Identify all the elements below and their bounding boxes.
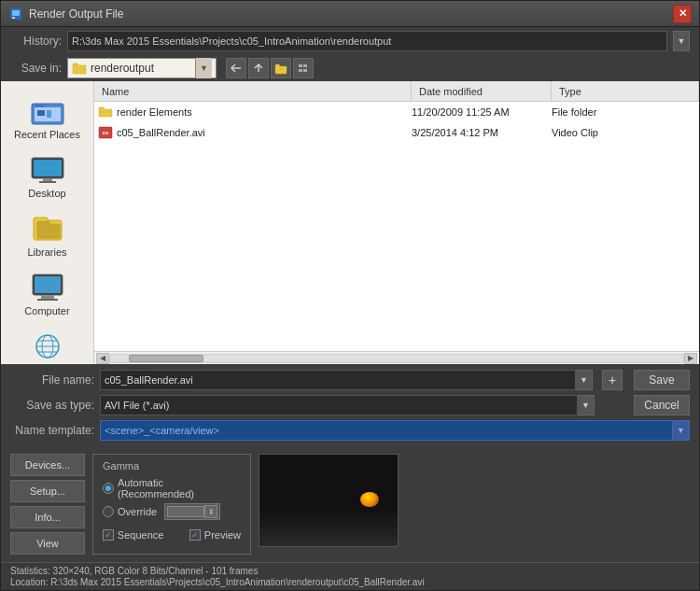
file-type-render-elements: File folder bbox=[552, 106, 695, 118]
libraries-label: Libraries bbox=[27, 246, 66, 258]
svg-rect-2 bbox=[12, 17, 15, 19]
statistics-line: Statistics: 320×240, RGB Color 8 Bits/Ch… bbox=[10, 566, 690, 576]
col-header-name[interactable]: Name bbox=[94, 81, 412, 101]
savein-row: Save in: renderoutput ▼ + bbox=[1, 55, 699, 81]
scroll-right-btn[interactable]: ▶ bbox=[684, 353, 697, 364]
nav-back-btn[interactable] bbox=[226, 58, 246, 78]
savein-arrow[interactable]: ▼ bbox=[195, 58, 212, 78]
svg-rect-12 bbox=[47, 110, 51, 118]
nametemplate-label: Name template: bbox=[10, 424, 94, 437]
window-icon bbox=[8, 7, 23, 21]
history-input[interactable] bbox=[67, 31, 667, 51]
view-button[interactable]: View bbox=[10, 532, 85, 555]
recent-places-label: Recent Places bbox=[14, 129, 80, 140]
svg-rect-15 bbox=[43, 178, 52, 181]
computer-icon bbox=[29, 271, 66, 303]
svg-rect-7 bbox=[303, 69, 307, 72]
file-list-header: Name Date modified Type bbox=[94, 81, 699, 102]
gamma-title: Gamma bbox=[103, 460, 241, 471]
setup-button[interactable]: Setup... bbox=[10, 480, 85, 502]
override-label: Override bbox=[118, 506, 157, 517]
saveas-dropdown[interactable]: ▼ bbox=[578, 395, 595, 415]
saveas-combo: ▼ bbox=[100, 395, 595, 415]
svg-text:+: + bbox=[279, 66, 283, 73]
folder-icon bbox=[72, 62, 87, 75]
file-list-area: Name Date modified Type render Elements bbox=[94, 81, 699, 364]
main-area: Recent Places Desktop bbox=[1, 81, 699, 364]
scrollbar-thumb[interactable] bbox=[129, 355, 203, 362]
filename-row: File name: ▼ + Save bbox=[10, 370, 690, 390]
scroll-left-btn[interactable]: ◀ bbox=[96, 353, 109, 364]
save-button[interactable]: Save bbox=[634, 370, 690, 390]
history-row: History: ▼ bbox=[1, 27, 699, 55]
table-row[interactable]: render Elements 11/20/2009 11:25 AM File… bbox=[94, 102, 699, 122]
info-button[interactable]: Info... bbox=[10, 506, 85, 528]
sidebar-item-recent-places[interactable]: Recent Places bbox=[6, 91, 90, 144]
close-button[interactable]: ✕ bbox=[673, 5, 692, 23]
override-input[interactable]: ⬍ bbox=[164, 503, 220, 520]
plus-button[interactable]: + bbox=[602, 370, 623, 390]
savein-label: Save in: bbox=[10, 62, 62, 75]
bottom-buttons: Devices... Setup... Info... View bbox=[10, 454, 85, 555]
file-list-body: render Elements 11/20/2009 11:25 AM File… bbox=[94, 102, 699, 351]
window-title: Render Output File bbox=[29, 7, 673, 21]
sidebar-item-network[interactable]: Network bbox=[6, 326, 90, 364]
sidebar-item-libraries[interactable]: Libraries bbox=[6, 208, 90, 261]
nametemplate-dropdown[interactable]: ▼ bbox=[673, 420, 690, 441]
cancel-button[interactable]: Cancel bbox=[634, 395, 690, 415]
col-header-type[interactable]: Type bbox=[552, 81, 699, 101]
saveas-label: Save as type: bbox=[10, 399, 94, 412]
nametemplate-input[interactable] bbox=[100, 420, 673, 441]
automatic-label: Automatic (Recommended) bbox=[118, 477, 241, 500]
new-folder-btn[interactable]: + bbox=[271, 58, 291, 78]
nametemplate-row: Name template: ▼ bbox=[10, 420, 690, 441]
network-icon bbox=[29, 330, 66, 362]
sidebar-item-desktop[interactable]: Desktop bbox=[6, 149, 90, 203]
form-area: File name: ▼ + Save Save as type: ▼ Canc… bbox=[1, 364, 699, 446]
history-dropdown[interactable]: ▼ bbox=[673, 31, 690, 51]
svg-rect-5 bbox=[303, 64, 307, 67]
file-name-render-elements: render Elements bbox=[98, 106, 412, 119]
location-line: Location: R:\3ds Max 2015 Essentials\Pro… bbox=[10, 577, 690, 587]
scrollbar-track[interactable] bbox=[109, 354, 684, 363]
sequence-checkbox[interactable] bbox=[103, 529, 114, 541]
svg-rect-11 bbox=[37, 110, 45, 116]
folder-icon bbox=[98, 106, 113, 119]
avi-file-icon: AVI bbox=[98, 126, 113, 139]
desktop-icon bbox=[29, 153, 66, 186]
desktop-label: Desktop bbox=[28, 188, 65, 199]
file-name-ball-render: AVI c05_BallRender.avi bbox=[98, 126, 412, 139]
col-header-date[interactable]: Date modified bbox=[412, 81, 552, 101]
svg-rect-14 bbox=[34, 160, 62, 176]
devices-button[interactable]: Devices... bbox=[10, 454, 85, 476]
svg-rect-10 bbox=[35, 104, 44, 107]
preview-checkbox[interactable] bbox=[189, 529, 201, 541]
svg-rect-1 bbox=[12, 10, 20, 16]
nametemplate-combo: ▼ bbox=[100, 420, 690, 441]
svg-rect-20 bbox=[37, 299, 58, 301]
svg-rect-4 bbox=[299, 64, 302, 67]
svg-rect-19 bbox=[41, 295, 54, 299]
savein-combo[interactable]: renderoutput ▼ bbox=[67, 58, 217, 78]
gamma-box: Gamma Automatic (Recommended) Override ⬍… bbox=[92, 454, 251, 555]
recent-places-icon bbox=[29, 94, 66, 127]
saveas-input[interactable] bbox=[100, 395, 578, 415]
savein-value: renderoutput bbox=[91, 62, 154, 75]
preview-box bbox=[259, 454, 399, 547]
table-row[interactable]: AVI c05_BallRender.avi 3/25/2014 4:12 PM… bbox=[94, 122, 699, 143]
filename-dropdown[interactable]: ▼ bbox=[576, 370, 593, 390]
view-menu-btn[interactable] bbox=[293, 58, 314, 78]
history-label: History: bbox=[10, 35, 62, 48]
computer-label: Computer bbox=[24, 305, 69, 317]
title-bar: Render Output File ✕ bbox=[1, 1, 699, 27]
status-bar: Statistics: 320×240, RGB Color 8 Bits/Ch… bbox=[1, 562, 699, 590]
nav-up-btn[interactable] bbox=[248, 58, 269, 78]
filename-input[interactable] bbox=[100, 370, 576, 390]
sidebar-item-computer[interactable]: Computer bbox=[6, 267, 90, 320]
sidebar: Recent Places Desktop bbox=[1, 81, 94, 364]
automatic-radio[interactable] bbox=[103, 483, 114, 494]
saveas-row: Save as type: ▼ Cancel bbox=[10, 395, 690, 415]
override-radio[interactable] bbox=[103, 506, 114, 517]
bottom-area: Devices... Setup... Info... View Gamma A… bbox=[1, 446, 699, 562]
file-type-ball-render: Video Clip bbox=[552, 127, 695, 138]
